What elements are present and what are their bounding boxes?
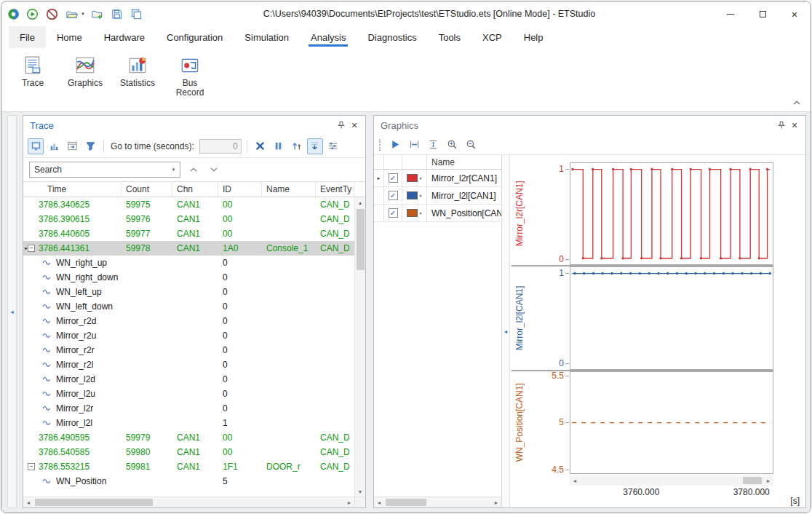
menu-tab-file[interactable]: File (9, 26, 46, 48)
trace-signal-row[interactable]: Mirror_l2u0 (23, 387, 354, 401)
scrollbar-thumb[interactable] (743, 477, 762, 484)
filter-button[interactable] (82, 138, 98, 154)
trace-message-row[interactable]: 3786.34062559975CAN100CAN_D (23, 197, 354, 212)
trace-close-button[interactable]: × (348, 119, 361, 132)
close-button[interactable]: × (779, 1, 811, 26)
trace-signal-row[interactable]: Mirror_r2l0 (23, 357, 354, 372)
maximize-button[interactable] (747, 1, 779, 26)
visibility-checkbox[interactable]: ✓ (389, 208, 398, 218)
trace-message-row[interactable]: 3786.49059559979CAN100CAN_D (23, 430, 354, 445)
scroll-left-icon[interactable]: ◄ (23, 497, 33, 507)
search-dropdown-button[interactable]: ▼ (167, 162, 180, 177)
color-swatch[interactable] (407, 191, 418, 199)
scroll-right-icon[interactable]: ► (344, 497, 354, 507)
expander-cell[interactable] (23, 445, 37, 459)
color-dropdown-icon[interactable]: ▼ (419, 194, 423, 198)
titlebar[interactable]: ▼ C:\Users\94039\Documents\EtProjects\te… (1, 1, 811, 26)
trace-message-row[interactable]: 3786.54058559980CAN100CAN_D (23, 445, 354, 459)
open-dropdown-icon[interactable]: ▼ (81, 12, 85, 16)
statistics-view-button[interactable] (46, 138, 62, 154)
scroll-right-icon[interactable]: ► (763, 475, 773, 486)
panel-collapse-arrow-icon[interactable]: ◄ (9, 309, 15, 315)
trace-signal-row[interactable]: WN_right_down0 (23, 270, 354, 285)
minimize-button[interactable] (715, 1, 747, 26)
graphics-pin-button[interactable] (775, 119, 788, 132)
ribbon-button-bus-record[interactable]: Bus Record (169, 54, 211, 99)
legend-row[interactable]: ✓▼WN_Position[CAN1] (374, 205, 501, 222)
save-all-button[interactable] (130, 7, 144, 21)
visibility-checkbox[interactable]: ✓ (389, 191, 398, 200)
trace-message-row[interactable]: 3786.39061559976CAN100CAN_D (23, 212, 354, 226)
auto-scroll-button[interactable] (307, 138, 323, 154)
autohide-panel-strip[interactable]: ◄ (7, 115, 17, 508)
trace-signal-row[interactable]: WN_Position5 (23, 474, 354, 489)
column-header-count[interactable]: Count (122, 182, 172, 197)
column-header-chn[interactable]: Chn (172, 182, 218, 197)
color-swatch[interactable] (407, 209, 418, 217)
legend-row[interactable]: ✓▼Mirror_l2l[CAN1] (374, 187, 501, 205)
trace-signal-row[interactable]: Mirror_l2l1 (23, 416, 354, 430)
scrollbar-track[interactable] (580, 475, 763, 486)
trace-panel-header[interactable]: Trace × (23, 116, 365, 135)
ribbon-button-graphics[interactable]: Graphics (64, 54, 106, 99)
scrollbar-thumb[interactable] (386, 499, 426, 506)
scroll-left-icon[interactable]: ◄ (570, 475, 580, 486)
menu-tab-help[interactable]: Help (513, 26, 554, 48)
plot-area[interactable] (570, 266, 773, 369)
zoom-in-button[interactable] (444, 137, 460, 153)
plot-area[interactable] (570, 371, 773, 474)
trace-view-button[interactable] (28, 138, 44, 154)
scroll-down-icon[interactable]: ▼ (355, 486, 365, 497)
trace-signal-row[interactable]: Mirror_l2d0 (23, 372, 354, 387)
ribbon-collapse-button[interactable] (793, 96, 800, 107)
menu-tab-xcp[interactable]: XCP (471, 26, 513, 48)
legend-row[interactable]: ►✓▼Mirror_l2r[CAN1] (374, 170, 501, 187)
scrollbar-thumb[interactable] (357, 209, 365, 270)
trace-message-row[interactable]: −3786.55321559981CAN11F1DOOR_rCAN_D (23, 459, 354, 474)
graphics-start-button[interactable] (387, 137, 403, 153)
scrollbar-track[interactable] (33, 497, 344, 507)
menu-tab-analysis[interactable]: Analysis (300, 26, 357, 48)
clear-trace-button[interactable] (252, 138, 268, 154)
scrollbar-track[interactable] (384, 497, 491, 507)
expander-cell[interactable] (23, 212, 37, 226)
expander-cell[interactable]: ►− (23, 241, 37, 256)
stop-measurement-button[interactable] (44, 7, 59, 21)
color-swatch[interactable] (407, 174, 418, 182)
new-project-button[interactable] (90, 7, 105, 21)
collapse-expander-icon[interactable]: − (28, 245, 35, 252)
trace-pin-button[interactable] (335, 119, 348, 132)
start-measurement-button[interactable] (25, 7, 39, 21)
goto-time-input[interactable] (199, 139, 242, 154)
fit-y-button[interactable] (425, 137, 441, 153)
trace-signal-row[interactable]: Mirror_r2d0 (23, 314, 354, 328)
detail-view-button[interactable] (64, 138, 80, 154)
scroll-left-icon[interactable]: ◄ (374, 497, 384, 507)
expander-cell[interactable] (23, 430, 37, 445)
trace-horizontal-scrollbar[interactable]: ◄ ► (23, 497, 354, 507)
display-settings-button[interactable] (325, 138, 341, 154)
collapse-expander-icon[interactable]: − (28, 463, 35, 470)
search-next-button[interactable] (207, 162, 221, 177)
trace-vertical-scrollbar[interactable]: ▲ ▼ (354, 197, 365, 497)
menu-tab-home[interactable]: Home (46, 26, 93, 48)
column-header-name[interactable]: Name (262, 182, 316, 197)
column-header-time[interactable]: Time (37, 182, 122, 197)
graphics-close-button[interactable]: × (788, 119, 801, 132)
legend-splitter[interactable]: ◄ (502, 155, 510, 507)
fit-x-button[interactable] (406, 137, 422, 153)
expander-cell[interactable] (23, 226, 37, 241)
search-combo[interactable]: ▼ (29, 162, 180, 178)
menu-tab-configuration[interactable]: Configuration (156, 26, 234, 48)
graphics-panel-header[interactable]: Graphics × (374, 116, 805, 135)
column-header-id[interactable]: ID (218, 182, 262, 197)
trace-signal-row[interactable]: WN_left_up0 (23, 285, 354, 299)
chart-horizontal-scrollbar[interactable]: ◄ ► (570, 475, 773, 486)
legend-collapse-arrow-icon[interactable]: ◄ (503, 329, 509, 334)
scroll-up-icon[interactable]: ▲ (355, 197, 365, 207)
scroll-right-icon[interactable]: ► (491, 497, 501, 507)
trace-message-row[interactable]: 3786.44060559977CAN100CAN_D (23, 226, 354, 241)
menu-tab-hardware[interactable]: Hardware (93, 26, 156, 48)
zoom-out-button[interactable] (463, 137, 479, 153)
legend-horizontal-scrollbar[interactable]: ◄ ► (374, 497, 501, 507)
